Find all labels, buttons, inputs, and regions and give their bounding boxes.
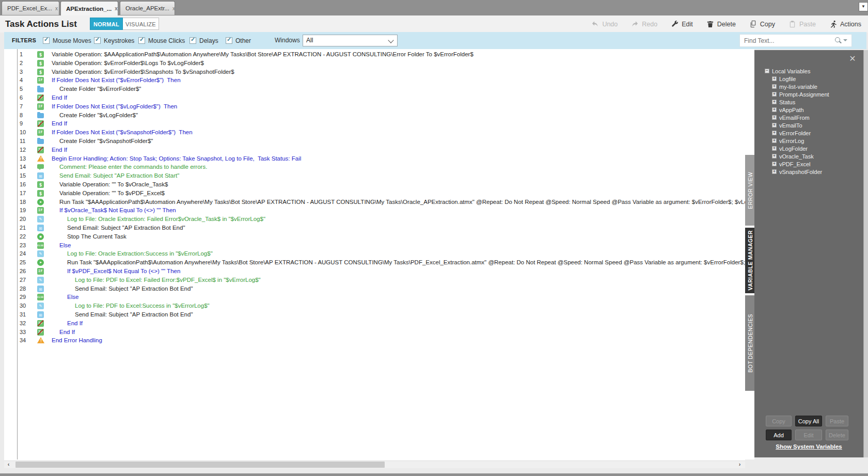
- actions-button[interactable]: Actions: [829, 20, 861, 28]
- action-row[interactable]: 21✉Send Email: Subject "AP Extraction Bo…: [4, 224, 745, 232]
- normal-view-button[interactable]: NORMAL: [90, 18, 123, 30]
- action-row[interactable]: 10IFIf Folder Does Not Exist ("$vSnapsho…: [4, 128, 745, 137]
- expand-icon[interactable]: +: [772, 154, 777, 158]
- filter-checkbox-mouse-clicks[interactable]: Mouse Clicks: [138, 32, 185, 49]
- checkbox-checked-icon[interactable]: [94, 37, 101, 44]
- action-row[interactable]: 17$Variable Operation: "" To $vPDF_Excel…: [4, 189, 745, 198]
- expand-icon[interactable]: +: [772, 107, 777, 112]
- document-tab[interactable]: PDF_Excel_Ex...x: [2, 1, 59, 15]
- document-tab[interactable]: Oracle_APExtr...x: [120, 1, 175, 15]
- side-tab-error-view[interactable]: ERROR VIEW: [745, 155, 755, 226]
- action-row[interactable]: 34!End Error Handling: [4, 336, 745, 345]
- scroll-left-arrow-icon[interactable]: ‹: [4, 461, 13, 468]
- checkbox-checked-icon[interactable]: [190, 37, 196, 44]
- action-row[interactable]: 29ELSEElse: [4, 293, 745, 302]
- variable-item[interactable]: +Prompt-Assignment: [772, 90, 858, 98]
- action-row[interactable]: 25▶Run Task "$AAApplicationPath$\Automat…: [4, 258, 745, 267]
- variable-item[interactable]: +vErrorLog: [772, 137, 858, 145]
- action-row[interactable]: 28✉Send Email: Subject "AP Extraction Bo…: [4, 284, 745, 293]
- variable-item[interactable]: +vLogFolder: [772, 145, 858, 152]
- action-row[interactable]: 5Create Folder "$vErrorFolder$": [4, 85, 745, 93]
- action-row[interactable]: 4IFIf Folder Does Not Exist ("$vErrorFol…: [4, 76, 745, 85]
- checkbox-checked-icon[interactable]: [43, 37, 50, 44]
- tab-close-icon[interactable]: x: [112, 6, 118, 11]
- edit-button[interactable]: Edit: [671, 20, 693, 28]
- action-row[interactable]: 30✎Log to File: PDF to Excel:Success in …: [4, 302, 745, 310]
- expand-icon[interactable]: +: [772, 169, 777, 174]
- expand-icon[interactable]: +: [772, 146, 777, 151]
- show-system-variables-link[interactable]: Show System Variables: [754, 443, 863, 450]
- action-row[interactable]: 20✎Log to File: Oracle Extraction: Faile…: [4, 215, 745, 224]
- action-row[interactable]: 6IFEnd If: [4, 93, 745, 102]
- action-row[interactable]: 31✉Send Email: Subject "AP Extraction Bo…: [4, 310, 745, 319]
- variable-item[interactable]: +vEmailFrom: [772, 114, 858, 121]
- filter-checkbox-delays[interactable]: Delays: [190, 32, 218, 49]
- action-row[interactable]: 24✎Log to File: Oracle Extraction:Succes…: [4, 249, 745, 258]
- action-row[interactable]: 26IFIf $vPDF_Excel$ Not Equal To (<>) ""…: [4, 267, 745, 276]
- action-row[interactable]: 16$Variable Operation: "" To $vOracle_Ta…: [4, 180, 745, 189]
- filter-checkbox-keystrokes[interactable]: Keystrokes: [94, 32, 134, 49]
- action-row[interactable]: 23ELSEElse: [4, 241, 745, 250]
- action-row[interactable]: 2$Variable Operation: $vErrorFolder$\Log…: [4, 59, 745, 68]
- expand-icon[interactable]: +: [772, 123, 777, 128]
- variable-item[interactable]: +vErrorFolder: [772, 129, 858, 137]
- windows-select[interactable]: All: [303, 35, 398, 46]
- scroll-right-arrow-icon[interactable]: ›: [735, 461, 744, 468]
- action-row[interactable]: 8Create Folder "$vLogFolder$": [4, 111, 745, 120]
- tab-overflow-button[interactable]: ▼: [859, 2, 868, 11]
- action-row[interactable]: 11Create Folder "$vSnapshotFolder$": [4, 137, 745, 146]
- variable-item[interactable]: +vEmailTo: [772, 121, 858, 129]
- tab-close-icon[interactable]: x: [169, 6, 175, 11]
- action-row[interactable]: 13!Begin Error Handling; Action: Stop Ta…: [4, 154, 745, 163]
- variable-item[interactable]: +my-list-variable: [772, 83, 858, 90]
- collapse-icon[interactable]: −: [765, 69, 769, 73]
- close-icon[interactable]: ✕: [848, 54, 857, 64]
- action-row[interactable]: 14Comment: Please enter the commands to …: [4, 163, 745, 171]
- variable-item[interactable]: +vAppPath: [772, 106, 858, 114]
- expand-icon[interactable]: +: [772, 162, 777, 166]
- panel-scrollbar[interactable]: [863, 50, 868, 457]
- filter-checkbox-other[interactable]: Other: [226, 32, 251, 49]
- variable-item[interactable]: +Status: [772, 98, 858, 106]
- delete-button[interactable]: Delete: [706, 20, 736, 28]
- variable-item[interactable]: +vOracle_Task: [772, 152, 858, 160]
- expand-icon[interactable]: +: [772, 131, 777, 135]
- variable-item[interactable]: +Logfile: [772, 75, 858, 83]
- action-row[interactable]: 1$Variable Operation: $AAApplicationPath…: [4, 50, 745, 59]
- checkbox-checked-icon[interactable]: [138, 37, 145, 44]
- expand-icon[interactable]: +: [772, 100, 777, 104]
- find-text-input[interactable]: [740, 35, 832, 46]
- action-row[interactable]: 12IFEnd If: [4, 146, 745, 154]
- variable-item[interactable]: +vSnapshotFolder: [772, 168, 858, 176]
- tab-close-icon[interactable]: x: [52, 6, 58, 11]
- expand-icon[interactable]: +: [772, 84, 777, 89]
- action-row[interactable]: 15✉Send Email: Subject "AP Extraction Bo…: [4, 171, 745, 180]
- horizontal-scrollbar-thumb[interactable]: [15, 462, 385, 468]
- action-row[interactable]: 32IFEnd If: [4, 319, 745, 328]
- action-row[interactable]: 33IFEnd If: [4, 328, 745, 337]
- side-tab-bot-dependencies[interactable]: BOT DEPENDENCIES: [745, 295, 755, 391]
- action-row[interactable]: 7IFIf Folder Does Not Exist ("$vLogFolde…: [4, 102, 745, 111]
- action-row[interactable]: 9IFEnd If: [4, 119, 745, 128]
- tree-root-local-variables[interactable]: − Local Variables: [765, 67, 858, 75]
- checkbox-checked-icon[interactable]: [226, 37, 232, 44]
- side-tab-variable-manager[interactable]: VARIABLE MANAGER: [745, 228, 755, 293]
- action-row[interactable]: 27✎Log to File: PDF to Excel: Failed Err…: [4, 276, 745, 284]
- variable-item[interactable]: +vPDF_Excel: [772, 160, 858, 168]
- action-row[interactable]: 3$Variable Operation: $vErrorFolder$\Sna…: [4, 68, 745, 76]
- expand-icon[interactable]: +: [772, 115, 777, 120]
- filter-checkbox-mouse-moves[interactable]: Mouse Moves: [43, 32, 91, 49]
- add-button[interactable]: Add: [766, 430, 792, 440]
- horizontal-scrollbar[interactable]: ‹ ›: [4, 461, 745, 468]
- search-icon[interactable]: [835, 37, 840, 42]
- expand-icon[interactable]: +: [772, 138, 777, 143]
- action-row[interactable]: 22■Stop The Current Task: [4, 232, 745, 241]
- visualize-view-button[interactable]: VISUALIZE: [123, 18, 159, 30]
- action-row[interactable]: 19IFIf $vOracle_Task$ Not Equal To (<>) …: [4, 206, 745, 215]
- document-tab[interactable]: APExtraction_...x: [60, 1, 118, 15]
- action-row[interactable]: 18▶Run Task "$AAApplicationPath$\Automat…: [4, 198, 745, 207]
- expand-icon[interactable]: +: [772, 92, 777, 97]
- copy-button[interactable]: Copy: [749, 20, 775, 28]
- copy-all-button[interactable]: Copy All: [795, 416, 822, 426]
- expand-icon[interactable]: +: [772, 76, 777, 81]
